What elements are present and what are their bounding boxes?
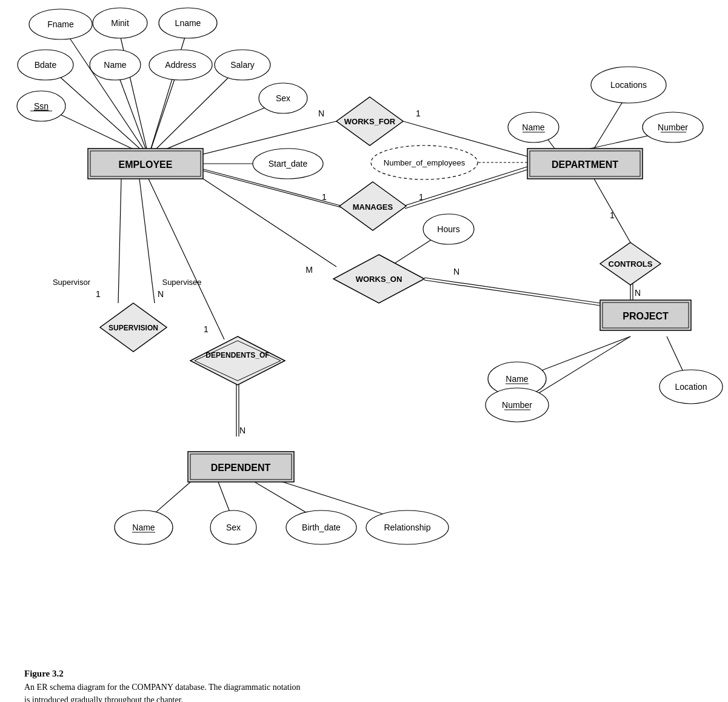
works-for-n: N: [318, 109, 324, 118]
works-on-label: WORKS_ON: [356, 275, 402, 284]
supervisor-label: Supervisor: [53, 278, 91, 287]
works-on-n: N: [453, 267, 459, 276]
salary-attr: Salary: [230, 60, 255, 70]
supervision-1: 1: [96, 289, 101, 299]
dep-sex-attr: Sex: [226, 523, 241, 532]
project-label: PROJECT: [623, 311, 669, 321]
num-employees-attr: Number_of_employees: [384, 158, 466, 167]
hours-attr: Hours: [437, 224, 459, 234]
locations-attr: Locations: [610, 80, 647, 90]
caption-line1: An ER schema diagram for the COMPANY dat…: [24, 681, 728, 694]
dept-name-attr: Name: [522, 122, 545, 132]
svg-line-26: [394, 236, 436, 264]
figure-caption: Figure 3.2 An ER schema diagram for the …: [12, 667, 728, 702]
start-date-attr: Start_date: [269, 159, 308, 169]
relationship-attr: Relationship: [384, 523, 430, 532]
svg-line-30: [118, 179, 121, 303]
dep-name-attr: Name: [132, 523, 155, 532]
fname-attr: Fname: [47, 19, 74, 29]
manages-1-dept: 1: [419, 192, 424, 202]
address-attr: Address: [165, 60, 196, 70]
dep-of-n: N: [239, 426, 245, 435]
controls-n: N: [635, 288, 641, 298]
works-for-1: 1: [416, 109, 421, 118]
svg-line-9: [194, 121, 336, 156]
works-for-label: WORKS_FOR: [344, 117, 396, 126]
svg-marker-52: [190, 336, 285, 385]
lname-attr: Lname: [175, 18, 201, 28]
manages-1-emp: 1: [322, 192, 327, 202]
svg-line-5: [149, 67, 179, 156]
emp-sex-attr: Sex: [276, 93, 290, 103]
svg-line-28: [527, 336, 630, 400]
svg-line-31: [139, 179, 155, 303]
birth-date-attr: Birth_date: [302, 523, 341, 532]
svg-line-25: [424, 280, 600, 306]
dep-of-1: 1: [204, 324, 209, 334]
dependent-label: DEPENDENT: [211, 463, 271, 473]
minit-attr: Minit: [111, 18, 129, 28]
svg-line-0: [64, 29, 149, 156]
caption-line2: is introduced gradually throughout the c…: [24, 694, 728, 703]
location-attr: Location: [675, 382, 707, 392]
department-label: DEPARTMENT: [552, 159, 618, 170]
er-diagram: EMPLOYEE DEPARTMENT PROJECT DEPENDENT WO…: [0, 0, 728, 667]
proj-name-attr: Name: [506, 374, 529, 384]
supervision-label: SUPERVISION: [109, 324, 158, 332]
employee-label: EMPLOYEE: [119, 159, 173, 170]
svg-line-24: [424, 278, 600, 303]
works-on-m: M: [306, 265, 313, 275]
controls-1: 1: [610, 210, 615, 220]
dependents-of-label: DEPENDENTS_OF: [205, 351, 269, 359]
figure-title: Figure 3.2: [24, 667, 728, 681]
controls-label: CONTROLS: [609, 259, 653, 269]
manages-label: MANAGES: [353, 202, 393, 212]
svg-line-32: [149, 179, 224, 339]
dept-number-attr: Number: [658, 122, 688, 132]
bdate-attr: Bdate: [35, 60, 57, 70]
svg-line-27: [527, 336, 630, 376]
ssn-attr: Ssn: [34, 101, 48, 111]
supervisee-label: Supervisee: [162, 278, 201, 287]
svg-line-1: [118, 27, 149, 156]
emp-name-attr: Name: [104, 60, 127, 70]
proj-number-attr: Number: [502, 400, 532, 410]
supervision-n: N: [158, 289, 164, 299]
